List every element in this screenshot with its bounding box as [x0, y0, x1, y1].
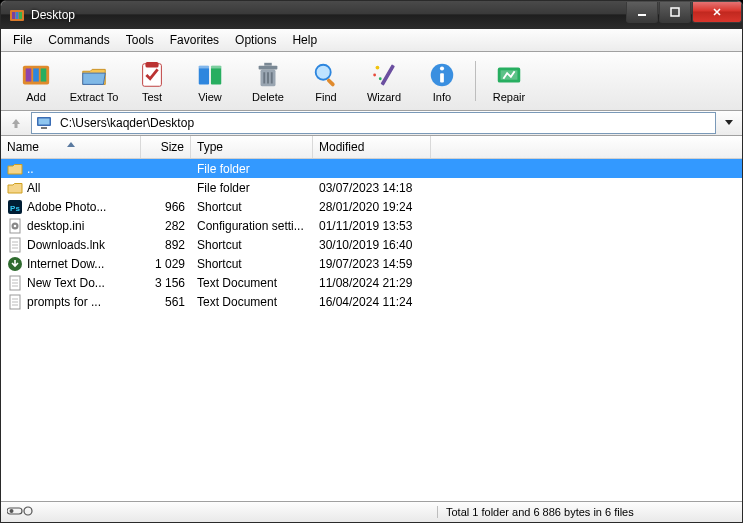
- cell-modified: 19/07/2023 14:59: [313, 257, 431, 271]
- toolbar-label: Delete: [252, 91, 284, 103]
- file-name: Downloads.lnk: [27, 238, 105, 252]
- path-input[interactable]: [58, 115, 711, 131]
- menu-tools[interactable]: Tools: [118, 31, 162, 49]
- column-headers: Name Size Type Modified: [1, 136, 742, 159]
- toolbar-label: Wizard: [367, 91, 401, 103]
- view-icon: [194, 60, 226, 90]
- column-name[interactable]: Name: [1, 136, 141, 158]
- file-row[interactable]: New Text Do...3 156Text Document11/08/20…: [1, 273, 742, 292]
- drive-icon: [36, 116, 52, 130]
- svg-rect-53: [7, 508, 22, 514]
- column-modified[interactable]: Modified: [313, 136, 431, 158]
- minimize-button[interactable]: [626, 2, 658, 23]
- toolbar-label: Test: [142, 91, 162, 103]
- cell-name: prompts for ...: [1, 294, 141, 310]
- status-bar: Total 1 folder and 6 886 bytes in 6 file…: [1, 501, 742, 522]
- title-bar[interactable]: Desktop: [1, 1, 742, 29]
- svg-point-29: [440, 66, 444, 70]
- menu-help[interactable]: Help: [284, 31, 325, 49]
- menu-options[interactable]: Options: [227, 31, 284, 49]
- info-button[interactable]: Info: [413, 53, 471, 109]
- repair-button[interactable]: Repair: [480, 53, 538, 109]
- file-row[interactable]: Downloads.lnk892Shortcut30/10/2019 16:40: [1, 235, 742, 254]
- file-name: All: [27, 181, 40, 195]
- toolbar-separator: [475, 61, 476, 101]
- window-controls: [625, 2, 742, 22]
- svg-rect-3: [19, 12, 22, 19]
- file-row[interactable]: PsAdobe Photo...966Shortcut28/01/2020 19…: [1, 197, 742, 216]
- cell-size: 3 156: [141, 276, 191, 290]
- cell-modified: 11/08/2024 21:29: [313, 276, 431, 290]
- menu-favorites[interactable]: Favorites: [162, 31, 227, 49]
- cell-name: Downloads.lnk: [1, 237, 141, 253]
- file-name: New Text Do...: [27, 276, 105, 290]
- file-name: desktop.ini: [27, 219, 84, 233]
- close-button[interactable]: [692, 2, 742, 23]
- address-dropdown[interactable]: [722, 120, 736, 126]
- cell-type: Text Document: [191, 295, 313, 309]
- cell-name: All: [1, 180, 141, 196]
- cell-type: File folder: [191, 162, 313, 176]
- maximize-button[interactable]: [659, 2, 691, 23]
- cell-modified: 01/11/2019 13:53: [313, 219, 431, 233]
- cell-size: 282: [141, 219, 191, 233]
- up-button[interactable]: [7, 114, 25, 132]
- delete-button[interactable]: Delete: [239, 53, 297, 109]
- view-button[interactable]: View: [181, 53, 239, 109]
- file-name: Internet Dow...: [27, 257, 104, 271]
- svg-rect-5: [671, 8, 679, 16]
- file-row[interactable]: prompts for ...561Text Document16/04/202…: [1, 292, 742, 311]
- cell-name: New Text Do...: [1, 275, 141, 291]
- svg-text:Ps: Ps: [10, 204, 20, 213]
- svg-rect-17: [264, 62, 272, 65]
- idm-icon: [7, 256, 23, 272]
- menu-commands[interactable]: Commands: [40, 31, 117, 49]
- toolbar-label: Find: [315, 91, 336, 103]
- svg-point-21: [316, 64, 331, 79]
- column-size[interactable]: Size: [141, 136, 191, 158]
- file-name: Adobe Photo...: [27, 200, 106, 214]
- repair-icon: [493, 60, 525, 90]
- file-row[interactable]: AllFile folder03/07/2023 14:18: [1, 178, 742, 197]
- svg-point-26: [379, 77, 382, 80]
- extract-icon: [78, 60, 110, 90]
- extract-button[interactable]: Extract To: [65, 53, 123, 109]
- cell-size: 1 029: [141, 257, 191, 271]
- cell-size: 892: [141, 238, 191, 252]
- cell-modified: 30/10/2019 16:40: [313, 238, 431, 252]
- cell-name: Internet Dow...: [1, 256, 141, 272]
- column-type[interactable]: Type: [191, 136, 313, 158]
- add-icon: [20, 60, 52, 90]
- file-row[interactable]: desktop.ini282Configuration setti...01/1…: [1, 216, 742, 235]
- file-row[interactable]: Internet Dow...1 029Shortcut19/07/2023 1…: [1, 254, 742, 273]
- column-label: Modified: [319, 140, 364, 154]
- cell-type: Text Document: [191, 276, 313, 290]
- doc-icon: [7, 275, 23, 291]
- cell-modified: 03/07/2023 14:18: [313, 181, 431, 195]
- file-list[interactable]: ..File folderAllFile folder03/07/2023 14…: [1, 159, 742, 501]
- svg-rect-14: [199, 65, 222, 68]
- file-row[interactable]: ..File folder: [1, 159, 742, 178]
- svg-point-25: [373, 73, 376, 76]
- wizard-button[interactable]: Wizard: [355, 53, 413, 109]
- add-button[interactable]: Add: [7, 53, 65, 109]
- toolbar-label: Info: [433, 91, 451, 103]
- address-box[interactable]: [31, 112, 716, 134]
- find-icon: [310, 60, 342, 90]
- svg-rect-2: [16, 12, 19, 19]
- test-button[interactable]: Test: [123, 53, 181, 109]
- find-button[interactable]: Find: [297, 53, 355, 109]
- sort-asc-icon: [67, 136, 75, 150]
- menu-file[interactable]: File: [5, 31, 40, 49]
- cell-type: Configuration setti...: [191, 219, 313, 233]
- doc-icon: [7, 237, 23, 253]
- svg-rect-28: [440, 73, 444, 82]
- ini-icon: [7, 218, 23, 234]
- svg-rect-23: [381, 64, 395, 85]
- status-left: [1, 506, 437, 518]
- file-name: prompts for ...: [27, 295, 101, 309]
- svg-point-55: [24, 507, 32, 515]
- column-label: Name: [7, 140, 39, 154]
- menu-bar: FileCommandsToolsFavoritesOptionsHelp: [1, 29, 742, 52]
- toolbar-label: View: [198, 91, 222, 103]
